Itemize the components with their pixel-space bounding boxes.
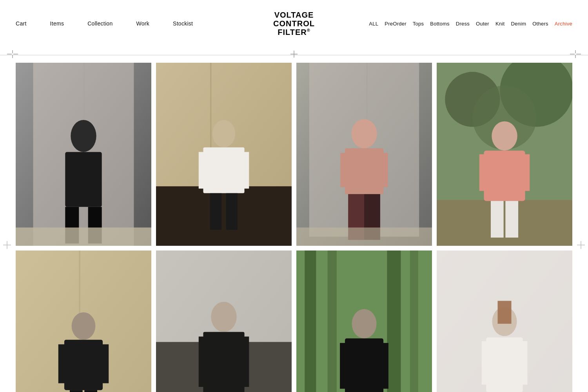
grid-item-1[interactable]	[16, 63, 151, 246]
svg-rect-52	[491, 201, 504, 238]
nav-bottoms[interactable]: Bottoms	[430, 21, 450, 27]
svg-rect-62	[84, 390, 97, 392]
svg-rect-47	[437, 200, 572, 246]
svg-point-17	[71, 120, 96, 152]
grid-item-6[interactable]	[156, 250, 292, 392]
svg-rect-67	[203, 332, 244, 392]
nav-outer[interactable]: Outer	[476, 21, 489, 27]
grid-item-3[interactable]	[296, 63, 432, 246]
svg-rect-58	[64, 340, 103, 390]
svg-rect-25	[156, 186, 292, 246]
side-marker-right	[577, 241, 585, 250]
svg-rect-80	[340, 343, 348, 389]
svg-rect-87	[497, 301, 511, 324]
corner-tl-mark	[7, 50, 18, 60]
grid-row-1	[16, 63, 572, 246]
svg-rect-51	[521, 154, 530, 191]
svg-rect-21	[16, 227, 151, 246]
svg-point-35	[351, 119, 377, 149]
nav-preorder[interactable]: PreOrder	[385, 21, 407, 27]
nav-others[interactable]: Others	[532, 21, 548, 27]
svg-rect-49	[484, 151, 525, 201]
nav-right: ALL PreOrder Tops Bottoms Dress Outer Kn…	[369, 21, 572, 27]
svg-rect-79	[345, 338, 383, 392]
svg-point-26	[212, 120, 235, 147]
nav-left: Cart Items Collection Work Stockist	[16, 20, 193, 27]
grid-item-8[interactable]	[437, 250, 572, 392]
svg-rect-81	[380, 343, 388, 389]
grid-item-4[interactable]	[437, 63, 572, 246]
svg-rect-29	[240, 152, 249, 189]
header: Cart Items Collection Work Stockist VOLT…	[0, 0, 588, 47]
svg-point-78	[352, 309, 376, 339]
svg-rect-38	[380, 153, 388, 187]
svg-rect-69	[241, 337, 249, 387]
nav-dress[interactable]: Dress	[456, 21, 470, 27]
svg-rect-27	[203, 147, 244, 193]
logo[interactable]: VOLTAGE CONTROL FILTER®	[273, 11, 315, 36]
svg-rect-50	[479, 154, 488, 191]
svg-rect-28	[199, 152, 208, 189]
top-separator-area	[0, 47, 588, 63]
grid-item-7[interactable]	[296, 250, 432, 392]
svg-rect-36	[345, 148, 383, 194]
svg-point-66	[211, 302, 236, 332]
svg-rect-89	[486, 338, 523, 392]
corner-tr-mark	[570, 50, 581, 60]
grid-item-5[interactable]	[16, 250, 151, 392]
svg-rect-77	[410, 250, 418, 392]
svg-rect-90	[482, 341, 489, 385]
center-crosshair	[290, 51, 298, 59]
nav-archive[interactable]: Archive	[555, 21, 572, 27]
nav-work[interactable]: Work	[136, 20, 150, 27]
svg-rect-59	[58, 344, 67, 383]
nav-all[interactable]: ALL	[369, 21, 378, 27]
svg-rect-53	[505, 201, 518, 238]
nav-knit[interactable]: Knit	[495, 21, 505, 27]
svg-rect-91	[520, 341, 528, 385]
photo-grid	[0, 63, 588, 392]
svg-rect-31	[226, 193, 238, 230]
nav-stockist[interactable]: Stockist	[173, 20, 193, 27]
svg-rect-61	[70, 390, 83, 392]
svg-rect-75	[328, 250, 337, 392]
svg-rect-68	[199, 337, 207, 387]
grid-row-2	[16, 250, 572, 392]
nav-cart[interactable]: Cart	[16, 20, 27, 27]
svg-rect-37	[340, 153, 348, 187]
svg-point-48	[492, 121, 517, 151]
nav-tops[interactable]: Tops	[413, 21, 424, 27]
svg-rect-60	[100, 344, 109, 383]
nav-collection[interactable]: Collection	[87, 20, 113, 27]
svg-rect-74	[305, 250, 316, 392]
svg-point-57	[72, 312, 96, 340]
svg-rect-18	[65, 152, 102, 207]
grid-item-2[interactable]	[156, 63, 292, 246]
nav-denim[interactable]: Denim	[511, 21, 526, 27]
side-marker-left	[3, 241, 11, 250]
logo-text: VOLTAGE CONTROL FILTER®	[273, 11, 315, 36]
svg-rect-76	[387, 250, 401, 392]
svg-rect-30	[210, 193, 221, 230]
main-content	[0, 63, 588, 392]
nav-items[interactable]: Items	[50, 20, 64, 27]
svg-rect-41	[296, 227, 432, 246]
